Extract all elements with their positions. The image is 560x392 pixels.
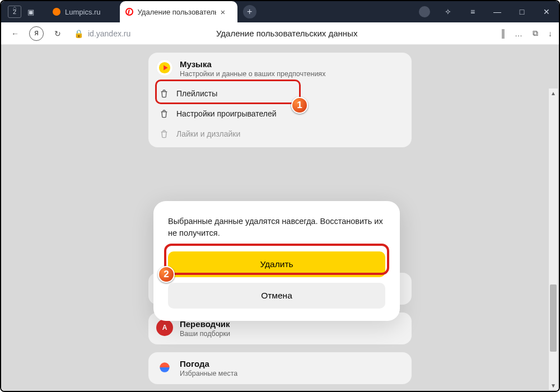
scroll-down-icon[interactable]: ▼ <box>549 381 558 390</box>
row-label: Лайки и дизлайки <box>176 129 240 138</box>
back-button[interactable]: ← <box>8 26 22 41</box>
service-subtitle: Настройки и данные о ваших предпочтениях <box>180 70 325 78</box>
service-title: Погода <box>180 359 237 368</box>
callout-badge-2: 2 <box>158 266 175 283</box>
tab-inactive-lumpics[interactable]: Lumpics.ru <box>53 8 101 16</box>
service-card-weather[interactable]: Погода Избранные места <box>148 352 412 384</box>
new-tab-button[interactable]: + <box>243 5 256 18</box>
translator-icon <box>156 319 173 336</box>
service-subtitle: Избранные места <box>180 370 237 377</box>
window-maximize-button[interactable]: □ <box>510 1 534 22</box>
favorites-icon[interactable]: ✧ <box>436 1 460 22</box>
row-label: Настройки проигрывателей <box>176 109 277 118</box>
address-bar[interactable]: 🔒 id.yandex.ru <box>74 29 130 38</box>
tab-label: Удаление пользователь <box>138 8 216 16</box>
new-window-icon[interactable]: ▣ <box>25 6 37 18</box>
service-subtitle: Ваши подборки <box>180 330 230 338</box>
favicon-yandex-icon <box>125 8 133 16</box>
url-text: id.yandex.ru <box>88 29 130 38</box>
extensions-icon[interactable]: ⧉ <box>533 29 538 38</box>
dialog-message: Выбранные данные удалятся навсегда. Восс… <box>168 216 385 239</box>
confirm-delete-dialog: Выбранные данные удалятся навсегда. Восс… <box>153 201 400 321</box>
window-minimize-button[interactable]: — <box>485 1 510 22</box>
profile-avatar-icon[interactable] <box>419 6 430 17</box>
service-title: Музыка <box>180 59 325 69</box>
page-viewport: Музыка Настройки и данные о ваших предпо… <box>1 45 559 391</box>
delete-button[interactable]: Удалить <box>168 251 385 277</box>
lock-icon: 🔒 <box>74 29 83 38</box>
tab-active-yandex[interactable]: Удаление пользователь × <box>120 1 237 22</box>
menu-icon[interactable]: ≡ <box>460 1 485 22</box>
tab-label: Lumpics.ru <box>65 8 101 16</box>
downloads-icon[interactable]: ↓ <box>548 29 552 38</box>
data-row-player-settings[interactable]: Настройки проигрывателей <box>156 104 404 124</box>
bookmark-icon[interactable]: ▐ <box>499 29 505 38</box>
weather-icon <box>156 359 173 376</box>
trash-icon <box>160 89 169 98</box>
site-info-button[interactable]: Я <box>29 26 44 41</box>
vertical-scrollbar[interactable]: ▲ ▼ <box>549 88 558 390</box>
window-close-button[interactable]: ✕ <box>534 1 559 22</box>
callout-badge-1: 1 <box>291 97 308 114</box>
scroll-thumb[interactable] <box>550 284 557 352</box>
favicon-lumpics-icon <box>53 8 60 16</box>
more-button[interactable]: … <box>515 29 522 38</box>
window-titlebar: 2 ▣ Lumpics.ru Удаление пользователь × +… <box>1 1 559 22</box>
cancel-button[interactable]: Отмена <box>168 283 385 309</box>
scroll-up-icon[interactable]: ▲ <box>549 88 558 97</box>
browser-toolbar: ← Я ↻ 🔒 id.yandex.ru Удаление пользовате… <box>1 22 559 45</box>
trash-icon <box>160 109 169 118</box>
reload-button[interactable]: ↻ <box>50 26 65 41</box>
trash-icon <box>160 129 169 138</box>
page-title: Удаление пользовательских данных <box>137 29 492 38</box>
row-label: Плейлисты <box>176 89 217 98</box>
home-button[interactable]: 2 <box>8 6 21 18</box>
data-row-playlists[interactable]: Плейлисты <box>156 83 404 104</box>
music-icon <box>156 59 173 76</box>
data-row-likes[interactable]: Лайки и дизлайки <box>156 124 404 144</box>
tab-close-icon[interactable]: × <box>221 7 226 17</box>
service-card-music: Музыка Настройки и данные о ваших предпо… <box>148 53 412 147</box>
